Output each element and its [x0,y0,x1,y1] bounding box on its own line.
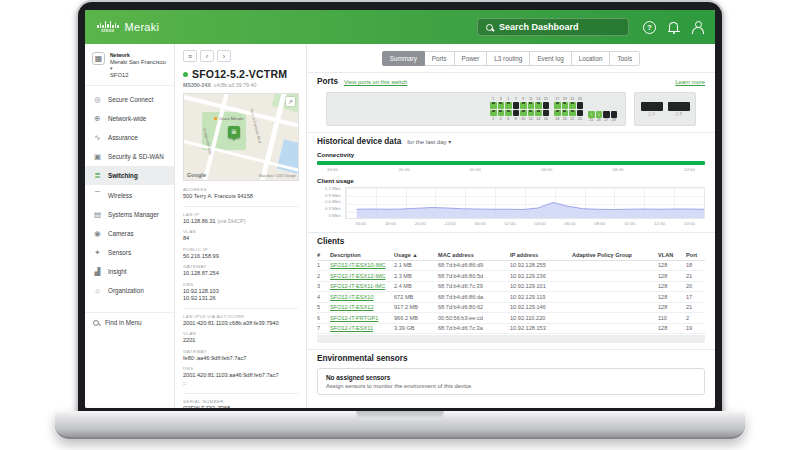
switch-port-12[interactable] [528,110,535,117]
tab-event-log[interactable]: Event log [530,51,571,66]
laptop-bezel: cisco Meraki Search Dashboard ? ▦ [76,0,724,414]
uplink-module-1[interactable] [641,102,663,111]
map-attribution: Map data ©2025 Google [259,174,296,178]
next-device-button[interactable]: › [217,50,231,62]
client-link[interactable]: SFO12-IT-ESX12 [330,303,394,311]
help-icon[interactable]: ? [643,21,656,34]
account-icon[interactable] [691,21,703,33]
column-header--[interactable]: # [317,251,330,259]
client-link[interactable]: SFO12-IT-ESX11-IMC [330,282,394,290]
usage-plot-area [345,187,705,219]
table-cell: 18 [686,261,709,269]
switch-port-5[interactable] [505,102,512,109]
env-empty-title: No assigned sensors [326,374,696,381]
prev-device-button[interactable]: ‹ [200,50,214,62]
sidebar-item-secure-connect[interactable]: ◎Secure Connect [85,90,174,109]
column-header-mac-address[interactable]: MAC address [438,251,510,259]
column-header-ip-address[interactable]: IP address [510,251,572,259]
table-row: 3SFO12-IT-ESX11-IMC2.4 MB68:7d:b4:d6:7c:… [317,282,705,293]
network-selector[interactable]: ▦ Network Meraki San Francisco ▾ SFO12 [85,50,174,86]
table-cell: 110 [658,314,686,322]
switch-port-20[interactable] [562,110,569,117]
find-search-icon [93,320,99,326]
switch-port-8[interactable] [513,110,520,117]
switch-port-22[interactable] [569,110,576,117]
switch-port-23[interactable] [577,102,584,109]
sidebar-item-network-wide[interactable]: ⊕Network-wide [85,109,174,128]
sidebar-item-cameras[interactable]: ◉Cameras [85,224,174,243]
search-input[interactable]: Search Dashboard [477,18,629,36]
switch-port-17[interactable] [554,102,561,109]
switch-port-21[interactable] [569,102,576,109]
network-name: Meraki San Francisco ▾ [110,59,167,71]
env-empty-desc: Assign sensors to monitor the environmen… [326,383,696,389]
table-cell [572,317,658,319]
device-location-map[interactable]: Cisco Meraki Terry A Francois Blvd Bridg… [183,93,299,181]
switch-port-3[interactable] [498,102,505,109]
sidebar-item-security-sd-wan[interactable]: ▣Security & SD-WAN [85,147,174,166]
sidebar-item-switching[interactable]: ≣Switching [85,166,174,185]
switch-port-4[interactable] [498,110,505,117]
client-link[interactable]: SFO12-IT-ESX12-IMC [330,272,394,280]
column-header-usage-[interactable]: Usage ▲ [394,251,438,259]
table-cell: 672 MB [394,293,438,301]
switch-port-18[interactable] [554,110,561,117]
table-footer [317,335,705,343]
switch-port-6[interactable] [505,110,512,117]
switch-port-13[interactable] [535,102,542,109]
client-link[interactable]: SFO12-IT-PRTGP1 [330,314,394,322]
client-link[interactable]: SFO12-IT-ESX10-IMC [330,261,394,269]
switch-port-1[interactable] [490,102,497,109]
switch-port-7[interactable] [513,102,520,109]
sidebar-item-wireless[interactable]: ⌒Wireless [85,185,174,205]
tab-location[interactable]: Location [572,51,611,66]
sidebar-item-insight[interactable]: ▟Insight [85,262,174,281]
tab-ports[interactable]: Ports [425,51,455,66]
map-expand-icon[interactable]: ↗ [286,97,295,106]
table-cell: 20 [686,282,709,290]
tab-summary[interactable]: Summary [382,51,425,66]
table-cell: 2.3 MB [394,272,438,280]
device-model-mac: MS350-24Xc4:8b:a3:39:79:40 [183,82,298,88]
device-map-marker-icon[interactable]: ≣ [228,126,240,138]
table-cell: 00:50:56:b3:ee:cd [438,314,510,322]
table-cell: 2.4 MB [394,282,438,290]
switch-port-16[interactable] [543,110,550,117]
uplink-module-2[interactable] [668,102,690,111]
chevron-down-icon[interactable]: ▾ [110,65,113,71]
sidebar-item-sensors[interactable]: ✦Sensors [85,243,174,262]
table-cell: 68:7d:b4:d6:7c:39 [438,282,510,290]
sidebar-item-systems-manager[interactable]: ▤Systems Manager [85,205,174,224]
time-range-dropdown[interactable]: for the last day ▾ [407,138,451,145]
device-list-button[interactable]: ≡ [183,50,197,62]
learn-more-link[interactable]: Learn more [675,79,705,85]
column-header-port[interactable]: Port [686,251,709,259]
tab-l3-routing[interactable]: L3 routing [487,51,530,66]
switch-port-14[interactable] [535,110,542,117]
table-cell: 68:7d:b4:d6:86:da [438,293,510,301]
tab-power[interactable]: Power [455,51,488,66]
notifications-bell-icon[interactable] [669,22,678,31]
view-ports-link[interactable]: View ports on this switch [344,79,407,85]
switch-port-24[interactable] [577,110,584,117]
switch-port-11[interactable] [528,102,535,109]
network-grid-icon: ▦ [92,52,105,65]
column-header-description[interactable]: Description [330,251,394,259]
tab-tools[interactable]: Tools [610,51,640,66]
switch-port-2[interactable] [490,110,497,117]
table-cell: 128 [658,293,686,301]
sidebar-item-assurance[interactable]: ∿Assurance [85,128,174,147]
switch-port-15[interactable] [543,102,550,109]
switch-port-9[interactable] [520,102,527,109]
sidebar-item-find-in-menu[interactable]: Find in Menu [85,312,174,332]
client-link[interactable]: SFO12-IT-ESX11 [330,324,394,332]
chevron-down-icon: ▾ [448,139,451,145]
table-cell: 10.92.129.236 [510,272,572,280]
switch-port-19[interactable] [562,102,569,109]
column-header-vlan[interactable]: VLAN [658,251,686,259]
sidebar-item-organization[interactable]: ⌂Organization [85,281,174,300]
switch-port-10[interactable] [520,110,527,117]
client-link[interactable]: SFO12-IT-ESX10 [330,293,394,301]
column-header-adaptive-policy-group[interactable]: Adaptive Policy Group [572,251,658,259]
table-row: 4SFO12-IT-ESX10672 MB68:7d:b4:d6:86:da10… [317,292,705,303]
